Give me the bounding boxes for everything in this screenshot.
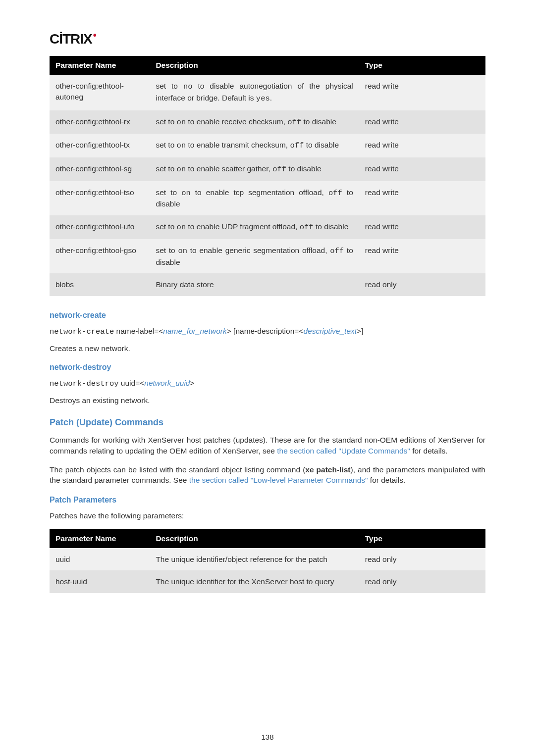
- code-literal: off: [300, 223, 314, 232]
- cell-description: set to on to enable tcp segmentation off…: [150, 181, 359, 215]
- table-row: other-config:ethtool-tsoset to on to ena…: [50, 181, 485, 215]
- table-row: other-config:ethtool-gsoset to on to ena…: [50, 239, 485, 273]
- logo-text: CİTRIX: [50, 31, 92, 47]
- code-literal: no: [183, 82, 193, 91]
- cell-description: set to on to enable scatter gather, off …: [150, 157, 359, 181]
- heading-patch-commands: Patch (Update) Commands: [50, 417, 485, 428]
- cmd: network-create: [50, 327, 114, 336]
- cell-type: read only: [359, 570, 485, 593]
- cell-param-name: other-config:ethtool-tx: [50, 134, 150, 157]
- logo-dot: •: [92, 30, 96, 41]
- text: set to: [156, 164, 176, 173]
- text: [name-description=: [231, 327, 299, 335]
- arg: name_for_network: [163, 327, 226, 335]
- para-network-create: Creates a new network.: [50, 343, 485, 354]
- para-patch-params-intro: Patches have the following parameters:: [50, 510, 485, 521]
- text: to disable: [304, 141, 339, 149]
- code-literal: on: [177, 223, 186, 232]
- text: to enable UDP fragment offload,: [186, 222, 300, 231]
- para-patch-1: Commands for working with XenServer host…: [50, 435, 485, 456]
- arg: descriptive_text: [303, 327, 357, 335]
- th-description: Description: [150, 56, 359, 75]
- code-literal: off: [290, 141, 304, 150]
- table-row: other-config:ethtool-rxset to on to enab…: [50, 110, 485, 134]
- cell-param-name: blobs: [50, 273, 150, 296]
- text: ]: [361, 327, 363, 335]
- text: to enable tcp segmentation offload,: [191, 188, 328, 197]
- table-row: host-uuidThe unique identifier for the X…: [50, 570, 485, 593]
- text: .: [270, 94, 272, 102]
- text: set to: [156, 222, 176, 231]
- cell-type: read write: [359, 75, 485, 110]
- cell-param-name: other-config:ethtool-sg: [50, 157, 150, 181]
- cell-type: read write: [359, 110, 485, 134]
- table-row: other-config:ethtool-txset to on to enab…: [50, 134, 485, 157]
- text: to enable scatter gather,: [186, 164, 272, 173]
- table-header: Parameter Name Description Type: [50, 56, 485, 75]
- th-type: Type: [359, 56, 485, 75]
- text: to disable: [314, 222, 349, 231]
- cell-description: set to on to enable receive checksum, of…: [150, 110, 359, 134]
- text: set to: [156, 117, 176, 126]
- citrix-logo: CİTRIX•: [50, 30, 485, 47]
- cell-type: read write: [359, 239, 485, 273]
- gt: >: [357, 327, 361, 335]
- text: set to: [156, 82, 183, 90]
- gt: >: [227, 327, 231, 335]
- code-literal: on: [178, 247, 187, 255]
- heading-patch-parameters: Patch Parameters: [50, 496, 485, 504]
- cell-param-name: other-config:ethtool-ufo: [50, 215, 150, 239]
- cell-description: set to no to disable autonegotiation of …: [150, 75, 359, 110]
- code-literal: off: [328, 189, 342, 198]
- code-literal: off: [287, 118, 301, 127]
- text: Binary data store: [156, 280, 214, 289]
- cell-type: read write: [359, 215, 485, 239]
- gt: >: [190, 379, 194, 387]
- lt: <: [159, 327, 163, 335]
- link-update-commands[interactable]: the section called "Update Commands": [277, 447, 410, 455]
- table-row: other-config:ethtool-sgset to on to enab…: [50, 157, 485, 181]
- text: set to: [156, 246, 178, 254]
- cell-param-name: host-uuid: [50, 570, 150, 593]
- th-description: Description: [150, 529, 359, 548]
- page-number: 138: [0, 733, 535, 741]
- table-row: blobsBinary data storeread only: [50, 273, 485, 296]
- code-literal: on: [181, 189, 191, 198]
- text: for details.: [368, 476, 406, 484]
- code-network-destroy: network-destroy uuid=<network_uuid>: [50, 379, 485, 388]
- cell-param-name: other-config:ethtool-autoneg: [50, 75, 150, 110]
- cell-param-name: other-config:ethtool-tso: [50, 181, 150, 215]
- code-literal: off: [272, 165, 286, 174]
- code-literal: on: [177, 141, 186, 150]
- text: name-label=: [114, 327, 159, 335]
- cell-param-name: other-config:ethtool-rx: [50, 110, 150, 134]
- heading-network-create: network-create: [50, 311, 485, 320]
- th-parameter-name: Parameter Name: [50, 529, 150, 548]
- cell-param-name: uuid: [50, 548, 150, 571]
- text: to enable transmit checksum,: [186, 141, 290, 149]
- arg: network_uuid: [144, 379, 190, 387]
- text: to disable: [301, 117, 336, 126]
- cell-description: The unique identifier for the XenServer …: [150, 570, 359, 593]
- cell-type: read write: [359, 181, 485, 215]
- table-row: other-config:ethtool-autonegset to no to…: [50, 75, 485, 110]
- text: to enable receive checksum,: [186, 117, 287, 126]
- parameter-table-2: Parameter Name Description Type uuidThe …: [50, 529, 485, 593]
- cell-type: read only: [359, 273, 485, 296]
- cmd: network-destroy: [50, 379, 119, 388]
- table-header: Parameter Name Description Type: [50, 529, 485, 548]
- text: to enable generic segmentation offload,: [187, 246, 330, 254]
- lt: <: [140, 379, 144, 387]
- text: set to: [156, 141, 176, 149]
- text: set to: [156, 188, 181, 197]
- text: to disable: [286, 164, 321, 173]
- text: The patch objects can be listed with the…: [50, 465, 305, 474]
- cell-description: set to on to enable UDP fragment offload…: [150, 215, 359, 239]
- table-row: other-config:ethtool-ufoset to on to ena…: [50, 215, 485, 239]
- link-lowlevel-param-commands[interactable]: the section called "Low-level Parameter …: [189, 476, 368, 484]
- cell-type: read write: [359, 157, 485, 181]
- th-parameter-name: Parameter Name: [50, 56, 150, 75]
- code-literal: off: [330, 247, 344, 255]
- cell-description: The unique identifier/object reference f…: [150, 548, 359, 571]
- cell-description: set to on to enable transmit checksum, o…: [150, 134, 359, 157]
